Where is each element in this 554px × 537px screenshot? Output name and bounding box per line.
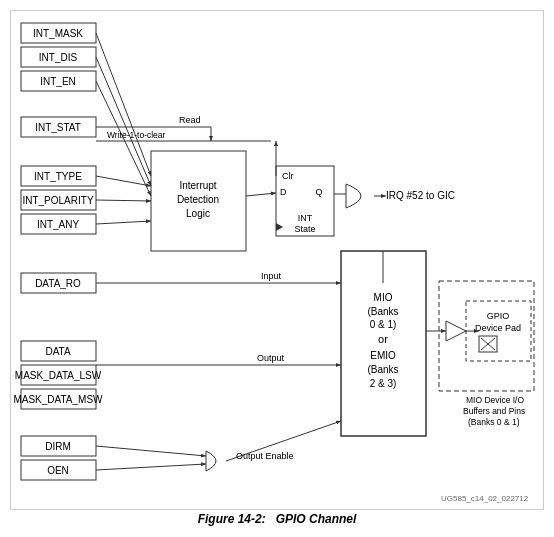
label-data-ro: DATA_RO [35,278,81,289]
label-output-enable: Output Enable [236,451,294,461]
svg-line-35 [246,193,276,196]
label-write1clear: Write-1-to-clear [107,130,166,140]
label-q: Q [315,187,322,197]
label-mio-buffers-2: Buffers and Pins [463,406,525,416]
label-gpio-pad-1: GPIO [487,311,510,321]
label-clr: Clr [282,171,294,181]
label-int-en: INT_EN [40,76,76,87]
label-int-stat: INT_STAT [35,122,81,133]
figure-caption: Figure 14-2: GPIO Channel [198,512,357,526]
label-emio-2: (Banks [367,364,398,375]
label-int-detect-1: Interrupt [179,180,216,191]
svg-line-32 [96,176,151,186]
svg-line-40 [96,446,206,456]
label-irq: IRQ #52 to GIC [386,190,455,201]
caption-prefix: Figure 14-2: [198,512,266,526]
label-int-detect-2: Detection [177,194,219,205]
gpio-diagram: INT_MASK INT_DIS INT_EN INT_STAT INT_TYP… [10,10,544,510]
label-int-detect-3: Logic [186,208,210,219]
label-int-state: INT [298,213,313,223]
label-oen: OEN [47,465,69,476]
svg-line-41 [96,464,206,470]
label-mask-data-lsw: MASK_DATA_LSW [15,370,102,381]
svg-line-25 [96,33,151,176]
label-mio-3: 0 & 1) [370,319,397,330]
label-int-dis: INT_DIS [39,52,78,63]
label-int-mask: INT_MASK [33,28,83,39]
label-mask-data-msw: MASK_DATA_MSW [13,394,103,405]
label-dirm: DIRM [45,441,71,452]
label-input: Input [261,271,282,281]
label-mio-1: MIO [374,292,393,303]
label-output: Output [257,353,285,363]
svg-line-34 [96,221,151,224]
label-state: State [294,224,315,234]
svg-line-33 [96,200,151,201]
label-int-any: INT_ANY [37,219,80,230]
label-int-polarity: INT_POLARITY [22,195,93,206]
label-int-type: INT_TYPE [34,171,82,182]
label-emio-3: 2 & 3) [370,378,397,389]
label-read: Read [179,115,201,125]
label-gpio-pad-2: Device Pad [475,323,521,333]
label-mio-buffers-1: MIO Device I/O [466,395,524,405]
label-data: DATA [45,346,71,357]
caption-label: GPIO Channel [276,512,357,526]
label-mio-buffers-3: (Banks 0 & 1) [468,417,520,427]
label-mio-or: or [378,333,388,345]
label-mio-2: (Banks [367,306,398,317]
label-emio-1: EMIO [370,350,396,361]
watermark: UG585_c14_02_022712 [441,494,529,503]
label-d: D [280,187,287,197]
svg-line-26 [96,57,151,186]
svg-marker-19 [446,321,466,341]
